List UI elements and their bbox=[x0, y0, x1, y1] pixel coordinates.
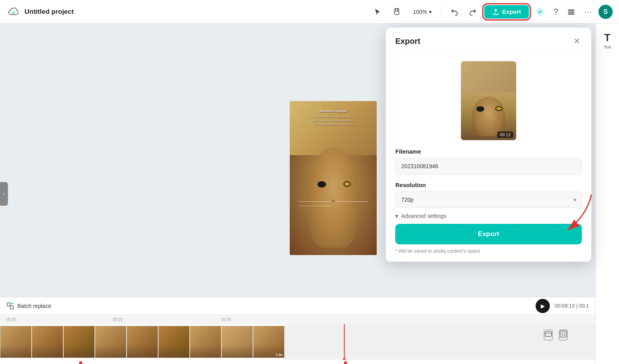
timeline-dot-1 bbox=[79, 361, 82, 364]
topbar: Untitled project 100% ▾ bbox=[0, 0, 619, 24]
select-tool-button[interactable] bbox=[371, 6, 384, 18]
right-sidebar: T Text bbox=[595, 24, 619, 364]
divider bbox=[441, 6, 442, 17]
collapse-handle[interactable]: ‹ bbox=[0, 182, 8, 206]
ruler-mark-1: 00:03 bbox=[113, 317, 123, 322]
text-icon: T bbox=[604, 32, 611, 44]
thumbnail-strip: 7.0s bbox=[0, 324, 285, 360]
thumb-1 bbox=[0, 326, 32, 358]
shield-button[interactable] bbox=[533, 5, 547, 19]
thumb-3 bbox=[63, 326, 95, 358]
thumb-4 bbox=[95, 326, 126, 358]
timeline-dot-2 bbox=[344, 361, 347, 364]
more-options-button[interactable]: ··· bbox=[582, 5, 594, 19]
svg-rect-3 bbox=[7, 303, 10, 306]
svg-point-7 bbox=[562, 332, 565, 336]
topbar-left: Untitled project bbox=[6, 5, 366, 19]
play-button[interactable]: ▶ bbox=[536, 299, 550, 313]
sidebar-item-text[interactable]: T Text bbox=[597, 28, 618, 53]
zoom-control[interactable]: 100% ▾ bbox=[410, 7, 435, 17]
filename-input[interactable] bbox=[395, 158, 582, 174]
preview-thumbnail: 00:12 bbox=[461, 61, 516, 140]
timeline-header: Batch replace ▶ 00:09:13 | 00:1 bbox=[0, 297, 595, 315]
save-note: * Will be saved to shafiq content's spac… bbox=[386, 248, 591, 254]
timeline-cursor bbox=[344, 324, 345, 360]
topbar-right: Export ? ··· S bbox=[484, 4, 613, 19]
batch-replace-button[interactable]: Batch replace bbox=[6, 302, 51, 310]
video-text-overlay: Aankhen o dildaar Jeeze Dar Mard Rateil … bbox=[290, 109, 377, 126]
timeline-icon-2[interactable] bbox=[559, 330, 568, 340]
dialog-title: Export bbox=[395, 37, 420, 46]
dialog-body: 00:12 Filename Resolution 480p 720p 1080… bbox=[386, 53, 591, 224]
timeline-ruler: 00:00 00:03 00:06 bbox=[0, 315, 595, 324]
resolution-select[interactable]: 480p 720p 1080p 4K bbox=[395, 191, 582, 208]
avatar-button[interactable]: S bbox=[598, 5, 613, 19]
svg-rect-6 bbox=[560, 331, 566, 337]
dialog-header: Export ✕ bbox=[386, 28, 591, 53]
hand-tool-button[interactable] bbox=[390, 5, 404, 19]
ruler-mark-2: 00:06 bbox=[221, 317, 231, 322]
timeline-track[interactable]: 7.0s bbox=[0, 324, 595, 360]
thumb-2 bbox=[32, 326, 63, 358]
chevron-down-icon-advanced: ▾ bbox=[395, 213, 398, 219]
thumb-7 bbox=[190, 326, 221, 358]
video-preview: Aankhen o dildaar Jeeze Dar Mard Rateil … bbox=[290, 101, 377, 255]
video-preview-inner: Aankhen o dildaar Jeeze Dar Mard Rateil … bbox=[290, 101, 377, 255]
dialog-close-button[interactable]: ✕ bbox=[572, 35, 582, 47]
cloud-icon bbox=[6, 5, 21, 19]
topbar-center: 100% ▾ bbox=[371, 5, 479, 19]
export-header-button[interactable]: Export bbox=[484, 5, 529, 19]
advanced-settings-toggle[interactable]: ▾ Advanced settings bbox=[395, 208, 446, 224]
cursor-dot bbox=[343, 358, 346, 360]
timeline-icon-1[interactable] bbox=[544, 330, 553, 340]
svg-rect-5 bbox=[545, 332, 551, 336]
help-button[interactable]: ? bbox=[551, 4, 560, 19]
export-btn-container: Export bbox=[386, 224, 591, 248]
export-main-button[interactable]: Export bbox=[395, 224, 582, 244]
export-dialog: Export ✕ 00:12 Filename Resolution 480p bbox=[386, 28, 591, 262]
undo-button[interactable] bbox=[448, 6, 460, 18]
svg-rect-1 bbox=[568, 11, 574, 13]
redo-button[interactable] bbox=[467, 6, 479, 18]
thumb-8 bbox=[221, 326, 253, 358]
filename-label: Filename bbox=[395, 148, 582, 155]
resolution-select-wrapper: 480p 720p 1080p 4K ▾ bbox=[395, 191, 582, 208]
svg-rect-0 bbox=[568, 9, 574, 11]
svg-rect-2 bbox=[568, 13, 574, 15]
thumb-6 bbox=[158, 326, 190, 358]
project-title: Untitled project bbox=[25, 8, 74, 16]
ruler-mark-0: 00:00 bbox=[6, 317, 16, 322]
thumb-last: 7.0s bbox=[253, 326, 285, 358]
timeline-right-icons bbox=[544, 330, 568, 340]
svg-rect-4 bbox=[10, 306, 13, 309]
timeline-area: Batch replace ▶ 00:09:13 | 00:1 00:00 00… bbox=[0, 297, 595, 364]
resolution-label: Resolution bbox=[395, 182, 582, 188]
preview-duration: 00:12 bbox=[497, 131, 513, 138]
thumb-5 bbox=[126, 326, 158, 358]
layers-button[interactable] bbox=[564, 5, 578, 19]
time-display: 00:09:13 | 00:1 bbox=[555, 303, 589, 309]
